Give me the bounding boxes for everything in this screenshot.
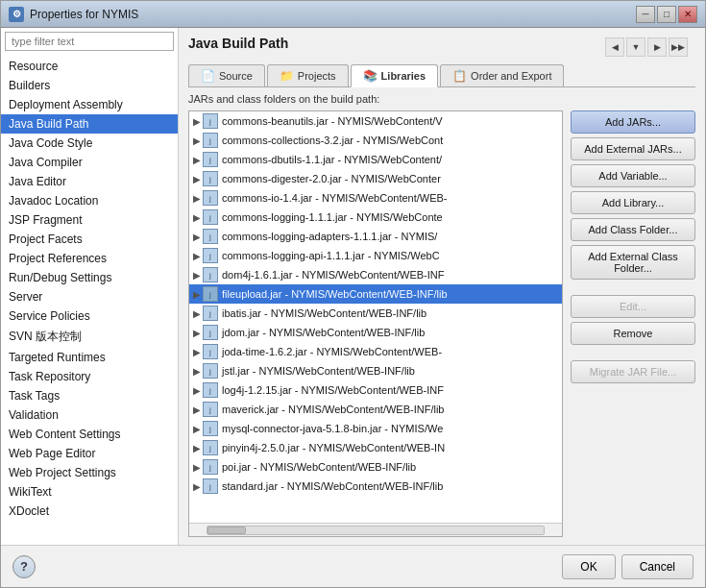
- tab-order-and-export[interactable]: 📋Order and Export: [440, 64, 564, 86]
- jar-list-item[interactable]: ▶jcommons-io-1.4.jar - NYMIS/WebContent/…: [189, 188, 562, 208]
- jar-item-label: commons-beanutils.jar - NYMIS/WebContent…: [222, 115, 443, 127]
- sidebar-item-service-policies[interactable]: Service Policies: [1, 306, 178, 326]
- jar-item-label: commons-logging-api-1.1.1.jar - NYMIS/We…: [222, 250, 440, 261]
- maximize-button[interactable]: □: [657, 6, 676, 23]
- jar-item-label: jdom.jar - NYMIS/WebContent/WEB-INF/lib: [222, 327, 425, 338]
- jar-item-label: standard.jar - NYMIS/WebContent/WEB-INF/…: [222, 480, 443, 492]
- horizontal-scrollbar[interactable]: [189, 523, 562, 536]
- help-button[interactable]: ?: [12, 555, 36, 578]
- jar-item-label: mysql-connector-java-5.1.8-bin.jar - NYM…: [222, 423, 443, 434]
- jar-list-item[interactable]: ▶jibatis.jar - NYMIS/WebContent/WEB-INF/…: [189, 304, 562, 323]
- expand-arrow-icon: ▶: [193, 270, 201, 281]
- sidebar-item-jsp-fragment[interactable]: JSP Fragment: [1, 210, 178, 230]
- sidebar-item-web-project-settings[interactable]: Web Project Settings: [1, 463, 178, 482]
- jar-list-item[interactable]: ▶jjdom.jar - NYMIS/WebContent/WEB-INF/li…: [189, 323, 562, 342]
- sidebar-item-project-facets[interactable]: Project Facets: [1, 230, 178, 249]
- jar-item-label: fileupload.jar - NYMIS/WebContent/WEB-IN…: [222, 288, 448, 300]
- panel-header: Java Build Path ◀ ▼ ▶ ▶▶: [188, 36, 695, 59]
- close-button[interactable]: ✕: [678, 6, 697, 23]
- sidebar-item-svn-[interactable]: SVN 版本控制: [1, 326, 178, 348]
- nav-forward-button[interactable]: ▶: [647, 37, 667, 57]
- migrate-jar-button[interactable]: Migrate JAR File...: [571, 360, 695, 383]
- sidebar-item-resource[interactable]: Resource: [1, 57, 178, 76]
- jar-icon: j: [203, 421, 218, 436]
- sidebar-item-validation[interactable]: Validation: [1, 405, 178, 425]
- jar-list-item[interactable]: ▶jcommons-dbutils-1.1.jar - NYMIS/WebCon…: [189, 150, 562, 169]
- jar-item-label: commons-digester-2.0.jar - NYMIS/WebCont…: [222, 173, 441, 184]
- jar-list[interactable]: ▶jcommons-beanutils.jar - NYMIS/WebConte…: [189, 111, 562, 523]
- sidebar-item-task-repository[interactable]: Task Repository: [1, 367, 178, 386]
- properties-window: ⚙ Properties for NYMIS ─ □ ✕ ResourceBui…: [0, 0, 706, 588]
- tab-label-projects: Projects: [298, 70, 336, 82]
- button-spacer: [571, 283, 695, 291]
- sidebar-item-targeted-runtimes[interactable]: Targeted Runtimes: [1, 348, 178, 367]
- expand-arrow-icon: ▶: [193, 212, 201, 223]
- jar-list-item[interactable]: ▶jcommons-beanutils.jar - NYMIS/WebConte…: [189, 111, 562, 131]
- expand-arrow-icon: ▶: [193, 328, 201, 338]
- sidebar-item-task-tags[interactable]: Task Tags: [1, 386, 178, 405]
- jar-list-item[interactable]: ▶jmysql-connector-java-5.1.8-bin.jar - N…: [189, 419, 562, 438]
- sidebar-item-java-build-path[interactable]: Java Build Path: [1, 114, 178, 134]
- ok-button[interactable]: OK: [562, 554, 615, 579]
- add-variable-button[interactable]: Add Variable...: [571, 164, 695, 187]
- sidebar-item-wikitext[interactable]: WikiText: [1, 482, 178, 502]
- nav-dropdown-button[interactable]: ▼: [626, 37, 645, 57]
- expand-arrow-icon: ▶: [193, 462, 201, 473]
- nav-arrows: ◀ ▼ ▶ ▶▶: [605, 37, 695, 57]
- sidebar-item-deployment-assembly[interactable]: Deployment Assembly: [1, 95, 178, 114]
- jar-list-item[interactable]: ▶jlog4j-1.2.15.jar - NYMIS/WebContent/WE…: [189, 380, 562, 400]
- hscroll-track: [207, 526, 545, 535]
- nav-back-button[interactable]: ◀: [605, 37, 624, 57]
- jar-list-item[interactable]: ▶jcommons-digester-2.0.jar - NYMIS/WebCo…: [189, 169, 562, 188]
- tab-source[interactable]: 📄Source: [188, 64, 265, 86]
- jar-list-item[interactable]: ▶jjstl.jar - NYMIS/WebContent/WEB-INF/li…: [189, 361, 562, 380]
- tab-projects[interactable]: 📁Projects: [267, 64, 349, 86]
- add-class-folder-button[interactable]: Add Class Folder...: [571, 218, 695, 241]
- expand-arrow-icon: ▶: [193, 308, 201, 319]
- sidebar-item-java-compiler[interactable]: Java Compiler: [1, 153, 178, 172]
- tab-label-libraries: Libraries: [381, 70, 426, 82]
- jar-list-item[interactable]: ▶jcommons-logging-adapters-1.1.1.jar - N…: [189, 227, 562, 246]
- jar-list-item[interactable]: ▶jdom4j-1.6.1.jar - NYMIS/WebContent/WEB…: [189, 265, 562, 284]
- jar-icon: j: [203, 402, 218, 417]
- sidebar-item-rundebug-settings[interactable]: Run/Debug Settings: [1, 268, 178, 287]
- sidebar-item-java-editor[interactable]: Java Editor: [1, 172, 178, 191]
- nav-forward2-button[interactable]: ▶▶: [669, 37, 688, 57]
- expand-arrow-icon: ▶: [193, 404, 201, 415]
- jar-icon: j: [203, 190, 218, 206]
- jar-list-item[interactable]: ▶jstandard.jar - NYMIS/WebContent/WEB-IN…: [189, 477, 562, 496]
- sidebar-item-server[interactable]: Server: [1, 287, 178, 306]
- sidebar-item-project-references[interactable]: Project References: [1, 249, 178, 268]
- add-external-class-folder-button[interactable]: Add External Class Folder...: [571, 245, 695, 280]
- sidebar-item-web-page-editor[interactable]: Web Page Editor: [1, 444, 178, 463]
- remove-button[interactable]: Remove: [571, 322, 695, 345]
- tab-libraries[interactable]: 📚Libraries: [351, 64, 438, 87]
- cancel-button[interactable]: Cancel: [621, 554, 694, 579]
- minimize-button[interactable]: ─: [636, 6, 655, 23]
- content-area: ResourceBuildersDeployment AssemblyJava …: [1, 28, 705, 545]
- hscroll-thumb[interactable]: [207, 527, 246, 534]
- jar-list-item[interactable]: ▶jpinyin4j-2.5.0.jar - NYMIS/WebContent/…: [189, 438, 562, 457]
- jar-list-item[interactable]: ▶jmaverick.jar - NYMIS/WebContent/WEB-IN…: [189, 400, 562, 419]
- jar-item-label: joda-time-1.6.2.jar - NYMIS/WebContent/W…: [222, 346, 442, 357]
- add-jars-button[interactable]: Add JARs...: [571, 110, 695, 134]
- sidebar-item-javadoc-location[interactable]: Javadoc Location: [1, 191, 178, 210]
- sidebar-item-xdoclet[interactable]: XDoclet: [1, 502, 178, 521]
- add-external-jars-button[interactable]: Add External JARs...: [571, 137, 695, 160]
- jar-list-item[interactable]: ▶jpoi.jar - NYMIS/WebContent/WEB-INF/lib: [189, 457, 562, 477]
- jar-list-item[interactable]: ▶jcommons-collections-3.2.jar - NYMIS/We…: [189, 131, 562, 150]
- jar-item-label: commons-dbutils-1.1.jar - NYMIS/WebConte…: [222, 154, 442, 165]
- sidebar-item-builders[interactable]: Builders: [1, 76, 178, 95]
- jar-list-container: ▶jcommons-beanutils.jar - NYMIS/WebConte…: [188, 110, 563, 537]
- edit-button[interactable]: Edit...: [571, 295, 695, 318]
- jar-list-item[interactable]: ▶jcommons-logging-1.1.1.jar - NYMIS/WebC…: [189, 208, 562, 227]
- jar-list-item[interactable]: ▶jjoda-time-1.6.2.jar - NYMIS/WebContent…: [189, 342, 562, 361]
- add-library-button[interactable]: Add Library...: [571, 191, 695, 214]
- filter-input[interactable]: [5, 32, 174, 51]
- sidebar-item-java-code-style[interactable]: Java Code Style: [1, 134, 178, 153]
- title-bar-buttons: ─ □ ✕: [636, 6, 697, 23]
- jar-list-item[interactable]: ▶jfileupload.jar - NYMIS/WebContent/WEB-…: [189, 284, 562, 304]
- jar-list-item[interactable]: ▶jcommons-logging-api-1.1.1.jar - NYMIS/…: [189, 246, 562, 265]
- expand-arrow-icon: ▶: [193, 193, 201, 204]
- sidebar-item-web-content-settings[interactable]: Web Content Settings: [1, 425, 178, 444]
